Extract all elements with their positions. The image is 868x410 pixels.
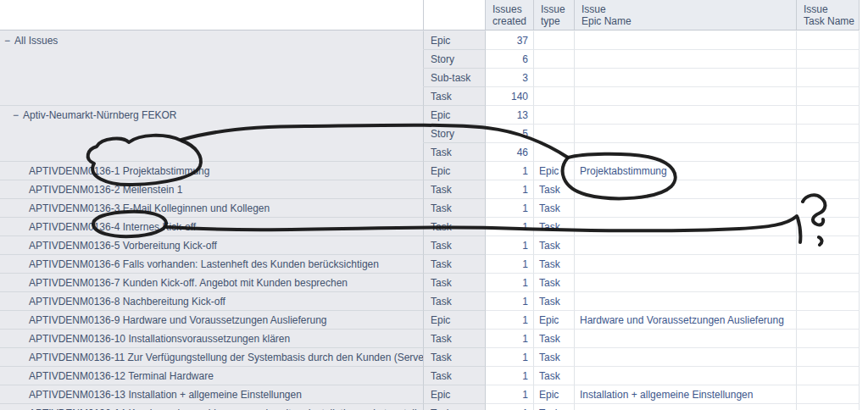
- issues-created-value-cell[interactable]: 1: [486, 329, 534, 347]
- issues-created-value-cell[interactable]: 6: [486, 49, 534, 68]
- issue-type-member-cell[interactable]: Task: [424, 329, 486, 347]
- issues-created-value-cell[interactable]: 5: [486, 124, 534, 142]
- issue-type-member-cell[interactable]: Task: [424, 86, 486, 105]
- epic-name-property-cell: [575, 347, 797, 366]
- row-member-cell[interactable]: [0, 49, 424, 68]
- column-header-issue-epic-name[interactable]: Issue Epic Name: [575, 0, 797, 30]
- issue-type-member-cell[interactable]: Task: [424, 235, 486, 254]
- issues-created-value-cell[interactable]: 1: [486, 198, 534, 217]
- row-member-cell[interactable]: APTIVDENM0136-4 Internes Kick-off: [0, 217, 424, 235]
- row-member-cell[interactable]: APTIVDENM0136-3 E-Mail Kolleginnen und K…: [0, 198, 424, 217]
- issue-type-member-cell[interactable]: Task: [424, 347, 486, 366]
- row-member-cell[interactable]: [0, 86, 424, 105]
- row-member-cell[interactable]: APTIVDENM0136-13 Installation + allgemei…: [0, 385, 424, 403]
- issues-created-value-cell[interactable]: 1: [486, 273, 534, 291]
- row-member-cell[interactable]: [0, 124, 424, 142]
- row-member-cell[interactable]: APTIVDENM0136-6 Falls vorhanden: Lastenh…: [0, 254, 424, 273]
- issue-type-member-cell[interactable]: Epic: [424, 310, 486, 329]
- issues-created-value-cell[interactable]: 140: [486, 86, 534, 105]
- epic-name-property-cell: [575, 68, 797, 86]
- row-filler: [860, 273, 868, 291]
- table-header: Issues created Issue type Issue Epic Nam…: [0, 0, 868, 30]
- issue-type-member-cell[interactable]: Task: [424, 217, 486, 235]
- row-filler: [860, 161, 868, 180]
- issue-type-member-cell[interactable]: Epic: [424, 385, 486, 403]
- issue-type-member-cell[interactable]: Task: [424, 198, 486, 217]
- table-row: APTIVDENM0136-11 Zur Verfügungstellung d…: [0, 347, 868, 366]
- issue-type-property-cell: [534, 142, 575, 161]
- collapse-toggle-icon[interactable]: −: [4, 35, 10, 47]
- row-member-cell[interactable]: APTIVDENM0136-5 Vorbereitung Kick-off: [0, 235, 424, 254]
- row-member-cell[interactable]: APTIVDENM0136-2 Meilenstein 1: [0, 180, 424, 198]
- issues-created-value-cell[interactable]: 1: [486, 366, 534, 385]
- row-label: APTIVDENM0136-5 Vorbereitung Kick-off: [29, 240, 217, 252]
- row-filler: [860, 30, 868, 49]
- table-row: APTIVDENM0136-8 Nachbereitung Kick-offTa…: [0, 291, 868, 310]
- issue-type-member-cell[interactable]: Task: [424, 366, 486, 385]
- collapse-toggle-icon[interactable]: −: [13, 109, 19, 121]
- issues-created-value-cell[interactable]: 1: [486, 235, 534, 254]
- issue-type-member-cell[interactable]: Task: [424, 403, 486, 410]
- issues-created-value-cell[interactable]: 1: [486, 403, 534, 410]
- row-filler: [860, 49, 868, 68]
- row-member-cell[interactable]: APTIVDENM0136-7 Kunden Kick-off. Angebot…: [0, 273, 424, 291]
- epic-name-property-cell: [575, 254, 797, 273]
- row-filler: [860, 180, 868, 198]
- epic-name-property-cell: [575, 142, 797, 161]
- issue-type-member-cell[interactable]: Task: [424, 180, 486, 198]
- issue-type-member-cell[interactable]: Story: [424, 124, 486, 142]
- column-header-issues-created[interactable]: Issues created: [486, 0, 534, 30]
- epic-name-property-cell: [575, 217, 797, 235]
- row-member-cell[interactable]: −All Issues: [0, 30, 424, 49]
- issues-created-value-cell[interactable]: 1: [486, 291, 534, 310]
- column-header-issue-task-name[interactable]: Issue Task Name: [797, 0, 860, 30]
- epic-name-property-cell: [575, 366, 797, 385]
- row-member-cell[interactable]: [0, 142, 424, 161]
- table-row: −Aptiv-Neumarkt-Nürnberg FEKOREpic13: [0, 105, 868, 124]
- issue-type-property-cell: Task: [534, 180, 575, 198]
- issue-type-property-cell: [534, 68, 575, 86]
- table-row: APTIVDENM0136-9 Hardware und Voraussetzu…: [0, 310, 868, 329]
- row-filler: [860, 124, 868, 142]
- issues-created-value-cell[interactable]: 37: [486, 30, 534, 49]
- issue-type-member-cell[interactable]: Epic: [424, 105, 486, 124]
- issues-created-value-cell[interactable]: 13: [486, 105, 534, 124]
- epic-name-property-cell: Hardware und Voraussetzungen Auslieferun…: [575, 310, 797, 329]
- row-member-cell[interactable]: −Aptiv-Neumarkt-Nürnberg FEKOR: [0, 105, 424, 124]
- issues-created-value-cell[interactable]: 1: [486, 180, 534, 198]
- issues-created-value-cell[interactable]: 1: [486, 161, 534, 180]
- issue-type-member-cell[interactable]: Task: [424, 142, 486, 161]
- issue-type-member-cell[interactable]: Epic: [424, 161, 486, 180]
- row-member-cell[interactable]: APTIVDENM0136-10 Installationsvoraussetz…: [0, 329, 424, 347]
- issue-type-member-cell[interactable]: Sub-task: [424, 68, 486, 86]
- issues-created-value-cell[interactable]: 3: [486, 68, 534, 86]
- row-member-cell[interactable]: APTIVDENM0136-12 Terminal Hardware: [0, 366, 424, 385]
- row-member-cell[interactable]: APTIVDENM0136-9 Hardware und Voraussetzu…: [0, 310, 424, 329]
- issues-created-value-cell[interactable]: 1: [486, 254, 534, 273]
- task-name-property-cell: [797, 254, 860, 273]
- issue-type-property-cell: [534, 30, 575, 49]
- column-header-issue-type[interactable]: Issue type: [534, 0, 575, 30]
- table-row: APTIVDENM0136-5 Vorbereitung Kick-offTas…: [0, 235, 868, 254]
- issues-created-value-cell[interactable]: 1: [486, 310, 534, 329]
- issue-type-property-cell: [534, 124, 575, 142]
- issues-created-value-cell[interactable]: 1: [486, 385, 534, 403]
- row-filler: [860, 403, 868, 410]
- row-member-cell[interactable]: APTIVDENM0136-11 Zur Verfügungstellung d…: [0, 347, 424, 366]
- issues-created-value-cell[interactable]: 1: [486, 217, 534, 235]
- row-member-cell[interactable]: APTIVDENM0136-8 Nachbereitung Kick-off: [0, 291, 424, 310]
- table-row: Story6: [0, 49, 868, 68]
- row-member-cell[interactable]: APTIVDENM0136-1 Projektabstimmung: [0, 161, 424, 180]
- issues-created-value-cell[interactable]: 1: [486, 347, 534, 366]
- table-row: APTIVDENM0136-3 E-Mail Kolleginnen und K…: [0, 198, 868, 217]
- issue-type-member-cell[interactable]: Task: [424, 273, 486, 291]
- issue-type-member-cell[interactable]: Story: [424, 49, 486, 68]
- issue-type-member-cell[interactable]: Task: [424, 291, 486, 310]
- epic-name-property-cell: Installation + allgemeine Einstellungen: [575, 385, 797, 403]
- row-member-cell[interactable]: [0, 68, 424, 86]
- issue-type-member-cell[interactable]: Epic: [424, 30, 486, 49]
- issue-type-member-cell[interactable]: Task: [424, 254, 486, 273]
- issues-created-value-cell[interactable]: 46: [486, 142, 534, 161]
- row-member-cell[interactable]: APTIVDENM0136-14 Kunden anlegen, Lizenze…: [0, 403, 424, 410]
- epic-name-property-cell: [575, 86, 797, 105]
